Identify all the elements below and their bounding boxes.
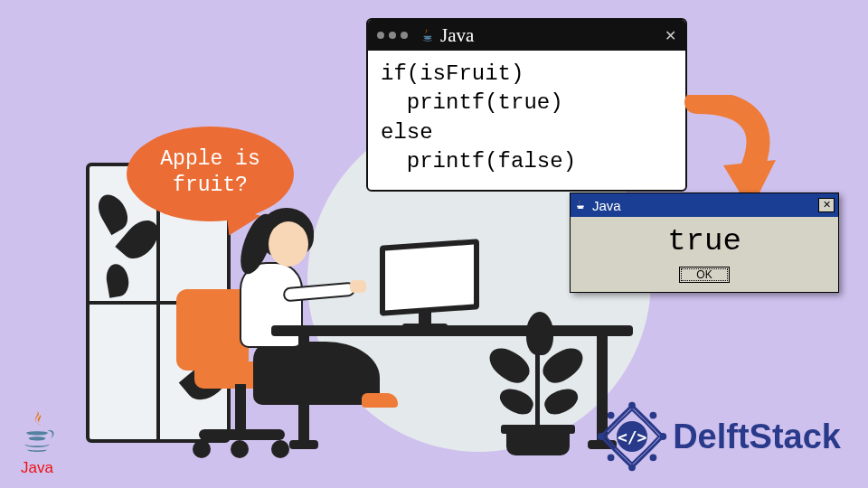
dialog-titlebar: Java ✕ — [571, 193, 838, 217]
svg-point-6 — [608, 455, 615, 462]
code-line: printf(true) — [381, 90, 563, 115]
java-dialog: Java ✕ true OK — [570, 192, 839, 293]
java-icon — [420, 28, 435, 42]
code-window: Java ✕ if(isFruit) printf(true) else pri… — [366, 18, 687, 192]
delftstack-logo: </> DelftStack — [597, 401, 841, 472]
svg-point-7 — [650, 455, 657, 462]
dialog-message: true — [571, 217, 838, 262]
window-traffic-lights — [377, 32, 408, 39]
java-logo-label: Java — [16, 459, 58, 477]
code-window-titlebar: Java ✕ — [368, 20, 685, 51]
speech-text: Apple is fruit? — [160, 147, 259, 197]
svg-point-5 — [650, 412, 657, 419]
code-line: else — [381, 120, 433, 145]
code-line: if(isFruit) — [381, 61, 524, 86]
desk-leg — [298, 336, 309, 449]
ok-button[interactable]: OK — [679, 267, 729, 283]
delftstack-label: DelftStack — [673, 418, 841, 456]
close-icon[interactable]: ✕ — [665, 27, 676, 44]
monitor — [380, 239, 479, 316]
svg-point-4 — [608, 412, 615, 419]
plant — [535, 342, 540, 432]
java-logo: Java — [16, 408, 58, 477]
java-cup-icon — [16, 408, 58, 457]
speech-bubble: Apple is fruit? — [127, 127, 294, 221]
close-icon[interactable]: ✕ — [818, 198, 835, 212]
monitor-base — [402, 324, 448, 329]
code-brackets-icon: </> — [617, 421, 647, 452]
code-line: printf(false) — [381, 149, 576, 174]
dialog-title: Java — [592, 198, 621, 213]
delftstack-emblem-icon: </> — [597, 401, 667, 472]
desk — [271, 325, 633, 336]
java-icon — [574, 199, 587, 211]
code-body: if(isFruit) printf(true) else printf(fal… — [368, 51, 685, 190]
code-window-title: Java — [440, 24, 659, 47]
plant-pot — [506, 432, 570, 455]
plant-leaf — [526, 312, 553, 355]
